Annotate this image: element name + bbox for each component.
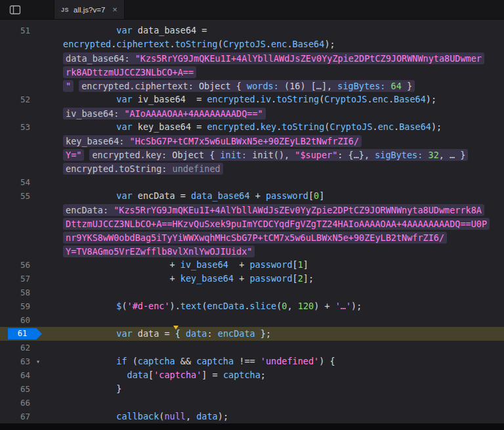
code-line[interactable]: DttzmUJCCZ3NLbCO+A==HKzvQuSxek9puImYCDCY… [59,217,504,230]
line-number[interactable]: 62 [0,341,30,355]
code-line[interactable]: var iv_base64 = encrypted.iv.toString(Cr… [59,93,504,106]
code-line[interactable]: Y="encrypted.key: Object { init: init(),… [59,148,504,161]
inline-preview-chip[interactable]: Y=" [63,149,84,161]
code-line[interactable] [59,175,504,189]
gutter[interactable]: 61 [0,327,59,341]
inline-preview-chip[interactable]: Y=TV8AGmo5VrEZwfflb8vlXnlYwOJIUidx" [63,246,255,257]
gutter[interactable] [0,37,59,51]
gutter[interactable] [0,244,59,258]
inline-preview-chip[interactable]: " [63,80,74,92]
code-line[interactable]: $('#d-enc').text(encData.slice(0, 120) +… [59,299,504,313]
gutter[interactable] [0,106,59,120]
gutter[interactable]: 60 [0,313,59,327]
line-number[interactable]: 67 [0,410,30,423]
tab-title: all.js?v=7 [74,6,105,14]
code-token: key [261,121,276,132]
code-line[interactable]: "encrypted.ciphertext: Object { words: (… [59,79,504,93]
line-number[interactable]: 66 [0,396,30,410]
code-token: . [287,39,292,49]
line-number[interactable]: 65 [0,382,30,396]
code-line[interactable]: iv_base64: "AIoAAAAOAA+4AAAAAAAADQ==" [59,106,504,120]
inline-preview-chip[interactable]: rk8ADttzmUJCCZ3NLbCO+A== [63,66,196,78]
gutter[interactable]: 55 [0,189,59,203]
code-line[interactable]: encData: "Kzs5RrYG9JmQKEu1I+4AlYbllAWdJs… [59,203,504,217]
gutter[interactable] [0,230,59,244]
code-line[interactable]: var data_base64 = [59,24,504,37]
code-token: = { [159,328,186,339]
code-line[interactable]: key_base64: "HcSbG7P+tCM7x5w6uLBWxN5e+90… [59,134,504,148]
gutter[interactable] [0,217,59,230]
paused-line-marker[interactable]: 61 [8,328,42,339]
code-line[interactable]: callback(null, data); [59,410,504,423]
inline-preview-chip[interactable]: nr9YKS8wW0obdBag5iTyYiWWXwqhMHcSbG7P+tCM… [63,232,447,244]
line-number[interactable]: 52 [0,93,30,106]
code-line[interactable]: data_base64: "Kzs5RrYG9JmQKEu1I+4AlYbllA… [59,51,504,65]
gutter[interactable]: 66 [0,396,59,410]
gutter[interactable] [0,134,59,148]
gutter[interactable]: 63▾ [0,355,59,368]
gutter[interactable]: 58 [0,286,59,299]
gutter[interactable] [0,161,59,175]
inline-preview-chip[interactable]: iv_base64: "AIoAAAAOAA+4AAAAAAAADQ==" [63,108,266,119]
line-number[interactable]: 63 [0,355,30,368]
code-token: encData [207,301,245,311]
source-tab-all-js[interactable]: JS all.js?v=7 × [54,0,125,19]
code-line[interactable] [59,313,504,327]
code-line[interactable]: nr9YKS8wW0obdBag5iTyYiWWXwqhMHcSbG7P+tCM… [59,230,504,244]
code-line[interactable]: } [59,382,504,396]
line-number[interactable]: 56 [0,258,30,272]
inline-preview-chip[interactable]: data_base64: "Kzs5RrYG9JmQKEu1I+4AlYbllA… [63,53,484,64]
gutter[interactable] [0,79,59,93]
gutter[interactable] [0,148,59,161]
inline-preview-chip[interactable]: encrypted.key: Object { init: init(), "$… [89,149,468,161]
line-number[interactable]: 51 [0,24,30,37]
code-line[interactable]: var key_base64 = encrypted.key.toString(… [59,120,504,134]
line-number[interactable]: 59 [0,299,30,313]
fold-toggle-icon[interactable]: ▾ [36,355,40,368]
inline-preview-chip[interactable]: key_base64: "HcSbG7P+tCM7x5w6uLBWxN5e+90… [63,135,362,147]
gutter[interactable]: 52 [0,93,59,106]
code-line[interactable]: rk8ADttzmUJCCZ3NLbCO+A== [59,65,504,79]
code-token: captcha [196,356,234,366]
line-number[interactable]: 55 [0,189,30,203]
code-line[interactable] [59,396,504,410]
code-line[interactable]: var data = { data: encData }; [59,327,504,341]
gutter[interactable] [0,65,59,79]
code-line[interactable]: if (captcha && captcha !== 'undefined') … [59,355,504,368]
inline-preview-chip[interactable]: encrypted.ciphertext: Object { words: (1… [79,80,415,92]
sources-panel-toggle-button[interactable] [4,0,26,19]
gutter[interactable]: 67 [0,410,59,423]
line-number[interactable]: 53 [0,120,30,134]
gutter[interactable]: 65 [0,382,59,396]
gutter[interactable]: 54 [0,175,59,189]
gutter[interactable]: 59 [0,299,59,313]
inline-preview-chip[interactable]: encData: "Kzs5RrYG9JmQKEu1I+4AlYbllAWdJs… [63,204,484,216]
gutter[interactable]: 56 [0,258,59,272]
gutter[interactable]: 51 [0,24,59,37]
inline-preview-chip[interactable]: DttzmUJCCZ3NLbCO+A==HKzvQuSxek9puImYCDCY… [63,218,490,230]
code-line[interactable]: encrypted.ciphertext.toString(CryptoJS.e… [59,37,504,51]
code-line[interactable]: + iv_base64 + password[1] [59,258,504,272]
code-token: Base64 [293,39,325,49]
code-line[interactable]: + key_base64 + password[2]; [59,272,504,286]
tab-close-icon[interactable]: × [112,5,117,14]
gutter[interactable] [0,51,59,65]
gutter[interactable]: 62 [0,341,59,355]
gutter[interactable]: 64 [0,368,59,382]
code-line[interactable]: var encData = data_base64 + password[0] [59,189,504,203]
line-number[interactable]: 57 [0,272,30,286]
line-number[interactable]: 64 [0,368,30,382]
code-line[interactable]: encrypted.toString: undefined [59,161,504,175]
code-line[interactable]: data['captcha'] = captcha; [59,368,504,382]
gutter[interactable]: 53 [0,120,59,134]
code-line[interactable] [59,341,504,355]
code-token: encrypted [207,121,255,132]
inline-preview-chip[interactable]: encrypted.toString: undefined [63,163,223,175]
line-number[interactable]: 58 [0,286,30,299]
gutter[interactable] [0,203,59,217]
code-line[interactable] [59,286,504,299]
gutter[interactable]: 57 [0,272,59,286]
line-number[interactable]: 54 [0,175,30,189]
line-number[interactable]: 60 [0,313,30,327]
code-line[interactable]: Y=TV8AGmo5VrEZwfflb8vlXnlYwOJIUidx" [59,244,504,258]
